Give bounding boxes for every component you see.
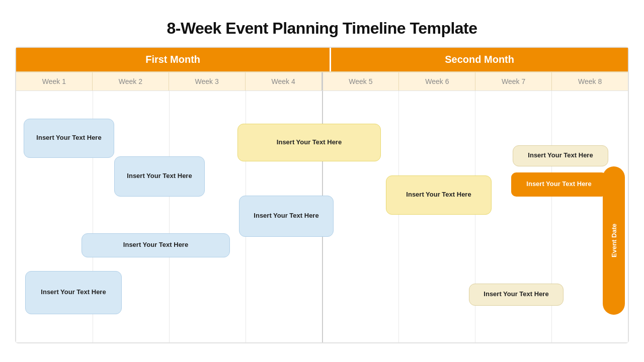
- event-date-pill: Event Date: [603, 166, 625, 315]
- task-card-3[interactable]: Insert Your Text Here: [237, 124, 381, 161]
- page-title: 8-Week Event Planning Timeline Template: [15, 19, 629, 38]
- week-8-label: Week 8: [552, 72, 628, 90]
- week-7-label: Week 7: [475, 72, 552, 90]
- task-card-5[interactable]: Insert Your Text Here: [82, 233, 230, 257]
- task-card-10[interactable]: Insert Your Text Here: [469, 284, 564, 306]
- week-3-label: Week 3: [169, 72, 246, 90]
- task-card-4[interactable]: Insert Your Text Here: [239, 196, 334, 237]
- page-wrapper: 8-Week Event Planning Timeline Template …: [0, 9, 644, 353]
- week-6-label: Week 6: [399, 72, 475, 90]
- week-5-label: Week 5: [323, 72, 399, 90]
- task-card-1[interactable]: Insert Your Text Here: [24, 119, 114, 158]
- week-4-label: Week 4: [246, 72, 323, 90]
- timeline-container: First Month Second Month Week 1 Week 2 W…: [15, 47, 629, 343]
- content-area: Insert Your Text Here Insert Your Text H…: [16, 91, 628, 342]
- task-card-2[interactable]: Insert Your Text Here: [114, 156, 205, 197]
- week-1-label: Week 1: [16, 72, 93, 90]
- task-card-6[interactable]: Insert Your Text Here: [386, 175, 492, 215]
- week-2-label: Week 2: [93, 72, 169, 90]
- v-line-5: [398, 91, 399, 342]
- weeks-row: Week 1 Week 2 Week 3 Week 4 Week 5 Week …: [16, 71, 628, 91]
- task-card-9[interactable]: Insert Your Text Here: [25, 271, 122, 314]
- task-card-7[interactable]: Insert Your Text Here: [513, 145, 608, 166]
- task-card-8[interactable]: Insert Your Text Here: [511, 172, 607, 197]
- v-line-2: [169, 91, 170, 342]
- month-header-second: Second Month: [331, 48, 628, 71]
- month-header-first: First Month: [16, 48, 331, 71]
- month-headers: First Month Second Month: [16, 48, 628, 71]
